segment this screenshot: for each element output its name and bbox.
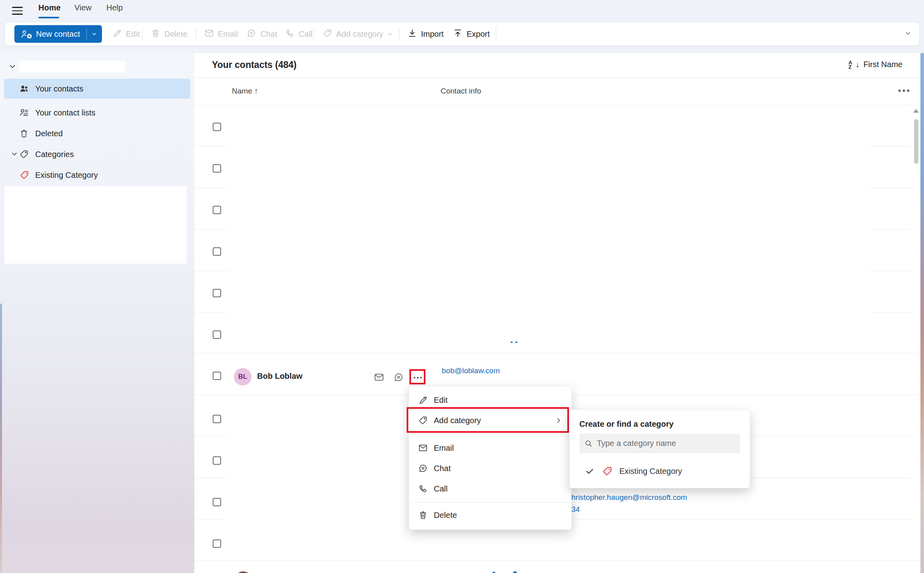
context-menu-add-category[interactable]: Add category xyxy=(409,410,571,430)
row-checkbox[interactable] xyxy=(213,456,221,465)
ribbon-toolbar: New contact Edit Delete Email Chat xyxy=(5,22,919,46)
category-option-existing-category[interactable]: Existing Category xyxy=(570,460,750,482)
clipped-email-link[interactable]: hristopher.haugen@microsoft.com xyxy=(571,493,687,502)
context-menu-call[interactable]: Call xyxy=(409,479,571,499)
row-divider xyxy=(194,312,228,313)
row-checkbox[interactable] xyxy=(213,498,221,506)
scrollbar-up-arrow[interactable] xyxy=(913,109,919,113)
pencil-icon xyxy=(112,28,122,40)
row-checkbox[interactable] xyxy=(213,539,221,548)
call-label: Call xyxy=(299,30,312,39)
scrollbar-thumb[interactable] xyxy=(914,119,918,164)
context-menu-delete[interactable]: Delete xyxy=(409,505,571,525)
menu-separator xyxy=(409,502,571,503)
checkmark-icon xyxy=(585,466,595,476)
row-divider xyxy=(194,560,918,561)
export-button[interactable]: Export xyxy=(450,26,492,42)
pencil-icon xyxy=(418,395,428,405)
row-divider xyxy=(194,188,228,188)
sidebar-item-categories[interactable]: Categories xyxy=(4,144,190,164)
row-checkbox[interactable] xyxy=(213,164,221,173)
new-contact-button[interactable]: New contact xyxy=(14,25,102,43)
row-checkbox[interactable] xyxy=(213,289,221,297)
sidebar-item-label: Your contacts xyxy=(35,84,83,94)
email-button[interactable]: Email xyxy=(202,26,240,42)
envelope-icon xyxy=(204,28,214,40)
row-email-icon[interactable] xyxy=(373,372,385,383)
categories-expand-chevron-icon[interactable] xyxy=(10,150,19,159)
redacted-sidebar-block xyxy=(4,186,187,264)
desktop-wallpaper-sliver-right xyxy=(920,53,924,573)
add-category-button[interactable]: Add category xyxy=(320,26,395,42)
new-contact-label: New contact xyxy=(36,30,80,39)
sidebar-item-your-contacts[interactable]: Your contacts xyxy=(4,79,190,99)
row-divider xyxy=(869,188,911,188)
sort-control[interactable]: AZ ↓ First Name xyxy=(848,60,902,69)
chevron-down-icon xyxy=(387,31,393,37)
sidebar-item-your-contact-lists[interactable]: Your contact lists xyxy=(4,103,190,123)
row-checkbox[interactable] xyxy=(213,206,221,214)
context-menu-label: Call xyxy=(434,484,447,493)
column-header-name[interactable]: Name ↑ xyxy=(232,87,258,96)
category-search-input[interactable] xyxy=(597,439,735,448)
ribbon-collapse-chevron-icon[interactable] xyxy=(904,30,916,38)
sidebar-item-label: Existing Category xyxy=(35,171,98,180)
row-divider xyxy=(572,395,918,395)
tag-icon xyxy=(322,28,333,40)
account-collapse-chevron-icon[interactable] xyxy=(8,62,17,71)
person-add-icon xyxy=(20,29,32,39)
clipped-link-fragment xyxy=(513,571,517,573)
trash-icon xyxy=(150,28,161,40)
row-checkbox[interactable] xyxy=(213,415,221,423)
context-menu-label: Add category xyxy=(434,416,481,425)
toolbar-separator xyxy=(399,28,399,40)
row-divider xyxy=(572,519,911,520)
context-menu-email[interactable]: Email xyxy=(409,438,571,458)
clipped-phone-link[interactable]: 34 xyxy=(571,505,580,514)
column-header-contact-info[interactable]: Contact info xyxy=(441,87,481,96)
row-more-options-button[interactable] xyxy=(413,372,423,383)
row-divider xyxy=(869,312,911,313)
import-button[interactable]: Import xyxy=(405,26,446,42)
header-more-options-button[interactable]: ••• xyxy=(898,86,911,96)
contact-name[interactable]: Bob Loblaw xyxy=(257,372,302,381)
row-checkbox[interactable] xyxy=(213,247,221,256)
row-divider xyxy=(869,271,911,271)
row-chat-icon[interactable] xyxy=(393,372,404,383)
row-divider xyxy=(194,353,918,353)
contact-email-link[interactable]: bob@loblaw.com xyxy=(442,366,500,375)
toolbar-separator xyxy=(196,28,196,40)
row-divider xyxy=(194,395,409,395)
redaction-artifact xyxy=(511,342,513,343)
toolbar-separator xyxy=(313,28,314,40)
row-checkbox[interactable] xyxy=(213,123,221,131)
chat-button[interactable]: Chat xyxy=(244,26,279,42)
row-divider xyxy=(194,519,228,520)
row-checkbox[interactable] xyxy=(213,330,221,339)
tab-home[interactable]: Home xyxy=(38,3,61,12)
tab-view[interactable]: View xyxy=(74,3,92,12)
call-button[interactable]: Call xyxy=(282,26,315,42)
home-tab-underline xyxy=(38,17,59,18)
avatar[interactable]: BL xyxy=(234,368,251,386)
chat-bubble-icon xyxy=(246,28,257,40)
sidebar-item-existing-category[interactable]: Existing Category xyxy=(4,165,190,185)
chevron-right-icon xyxy=(555,416,563,424)
context-menu-edit[interactable]: Edit xyxy=(409,390,571,410)
hamburger-menu-icon[interactable] xyxy=(12,4,28,18)
redacted-account-name xyxy=(19,61,125,72)
row-divider xyxy=(194,478,228,478)
page-title: Your contacts (484) xyxy=(212,60,297,70)
sort-az-icon: AZ xyxy=(848,60,852,69)
new-contact-dropdown[interactable] xyxy=(87,25,102,43)
tab-help[interactable]: Help xyxy=(106,3,123,12)
category-search-box[interactable] xyxy=(579,434,740,453)
context-menu-chat[interactable]: Chat xyxy=(409,458,571,478)
import-label: Import xyxy=(421,30,444,39)
edit-button[interactable]: Edit xyxy=(110,26,142,42)
export-icon xyxy=(453,28,463,40)
tag-icon xyxy=(418,415,428,426)
delete-button[interactable]: Delete xyxy=(148,26,190,42)
row-checkbox-bob-loblaw[interactable] xyxy=(213,372,221,380)
sidebar-item-deleted[interactable]: Deleted xyxy=(4,123,190,143)
